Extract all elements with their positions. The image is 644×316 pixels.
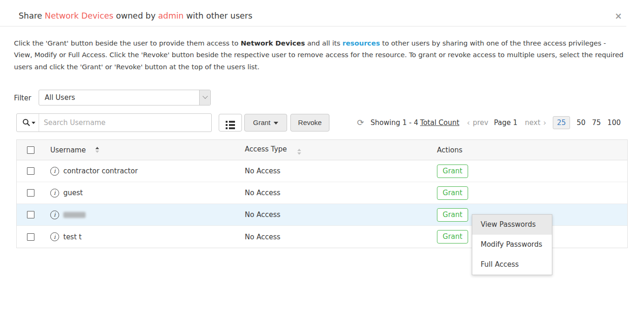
next-chevron-icon: ›	[543, 118, 546, 127]
search-box	[16, 113, 212, 132]
redacted-username	[63, 212, 86, 218]
username-text: contractor contractor	[63, 167, 138, 175]
total-count-link[interactable]: Total Count	[420, 118, 459, 127]
title-text: with other users	[184, 11, 253, 20]
filter-selected-value: All Users	[45, 93, 75, 102]
prev-page-button[interactable]: prev	[473, 118, 488, 127]
prev-chevron-icon: ‹	[467, 118, 470, 127]
info-icon[interactable]: i	[50, 232, 59, 241]
grant-row-button[interactable]: Grant	[437, 165, 468, 178]
grant-access-menu: View Passwords Modify Passwords Full Acc…	[472, 214, 552, 275]
chevron-down-icon	[199, 90, 210, 105]
username-text: test t	[63, 233, 81, 241]
page-size-100[interactable]: 100	[607, 118, 621, 127]
access-type-text: No Access	[245, 211, 437, 219]
share-resource-modal: Share Network Devices owned by admin wit…	[0, 0, 644, 316]
filter-select[interactable]: All Users	[39, 90, 211, 105]
table-header: Username Access Type Actions	[17, 140, 627, 160]
next-page-button[interactable]: next	[525, 118, 540, 127]
description-part: Click the 'Grant' button beside the user…	[14, 39, 241, 47]
resources-link[interactable]: resources	[342, 39, 380, 47]
grant-row-button[interactable]: Grant	[437, 230, 468, 244]
refresh-icon[interactable]: ⟳	[357, 118, 364, 127]
info-icon[interactable]: i	[50, 211, 59, 219]
caret-down-icon	[32, 122, 35, 124]
table-row: iguest No Access Grant	[17, 182, 627, 204]
column-header-access-type[interactable]: Access Type	[245, 145, 287, 153]
column-list-button[interactable]	[219, 114, 242, 132]
page-number: Page 1	[494, 118, 517, 127]
modal-titlebar: Share Network Devices owned by admin wit…	[0, 0, 626, 26]
title-owner-name: admin	[158, 11, 184, 20]
description-part: and all its	[305, 39, 342, 47]
page-size-50[interactable]: 50	[577, 118, 585, 127]
table-row: icontractor contractor No Access Grant	[17, 160, 627, 182]
list-icon	[226, 121, 235, 131]
title-resource-name: Network Devices	[45, 11, 114, 20]
access-type-text: No Access	[245, 189, 437, 197]
grant-row-button[interactable]: Grant	[437, 186, 468, 200]
access-type-text: No Access	[245, 233, 437, 241]
sort-icon-username[interactable]	[95, 147, 99, 153]
menu-item-full-access[interactable]: Full Access	[472, 255, 552, 275]
grant-row-button[interactable]: Grant	[437, 208, 468, 222]
sort-icon-access-type[interactable]	[297, 149, 301, 155]
description-text: Click the 'Grant' button beside the user…	[14, 37, 624, 72]
select-all-checkbox[interactable]	[27, 146, 34, 154]
row-checkbox[interactable]	[27, 189, 34, 197]
row-checkbox[interactable]	[27, 211, 34, 218]
grant-button-label: Grant	[253, 118, 271, 126]
access-type-text: No Access	[245, 167, 437, 175]
caret-down-icon	[274, 122, 278, 125]
column-header-username[interactable]: Username	[50, 146, 86, 154]
revoke-bulk-button[interactable]: Revoke	[290, 114, 329, 132]
menu-item-view-passwords[interactable]: View Passwords	[472, 215, 552, 235]
filter-label: Filter	[14, 94, 31, 102]
showing-count: Showing 1 - 4	[370, 118, 418, 127]
info-icon[interactable]: i	[50, 189, 59, 198]
menu-item-modify-passwords[interactable]: Modify Passwords	[472, 235, 552, 255]
page-title: Share Network Devices owned by admin wit…	[19, 11, 252, 20]
title-text: owned by	[114, 11, 158, 20]
page-size-75[interactable]: 75	[592, 118, 601, 127]
username-text: guest	[63, 189, 83, 197]
column-header-actions: Actions	[437, 146, 463, 154]
info-icon[interactable]: i	[50, 167, 59, 176]
title-text: Share	[19, 11, 45, 20]
row-checkbox[interactable]	[27, 233, 34, 241]
pagination-bar: ⟳ Showing 1 - 4 Total Count ‹ prev Page …	[357, 114, 621, 132]
grant-bulk-button[interactable]: Grant	[244, 114, 287, 132]
row-checkbox[interactable]	[27, 167, 34, 175]
page-size-25[interactable]: 25	[553, 116, 570, 129]
search-input[interactable]	[44, 114, 209, 131]
close-icon[interactable]: ×	[615, 12, 622, 20]
search-icon[interactable]	[17, 114, 39, 132]
description-resource-name: Network Devices	[241, 39, 305, 47]
